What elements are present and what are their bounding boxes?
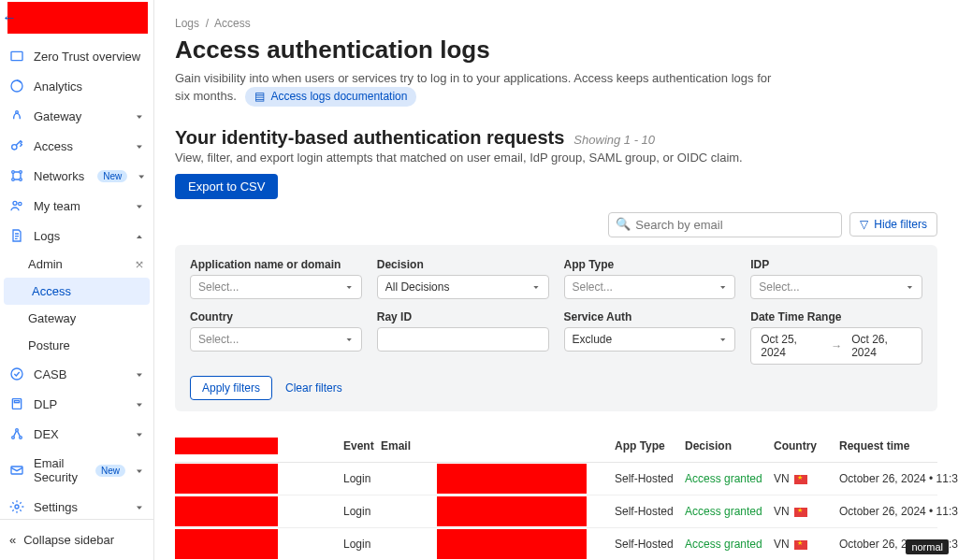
sidebar-item-networks[interactable]: NetworksNew▼ bbox=[0, 161, 153, 191]
sidebar-item-label: CASB bbox=[34, 367, 66, 381]
cell-decision: Access granted bbox=[685, 538, 774, 551]
logs-table: Event Email App Type Decision Country Re… bbox=[175, 430, 937, 560]
search-icon: 🔍 bbox=[616, 217, 631, 231]
new-badge: New bbox=[97, 170, 127, 182]
svg-point-9 bbox=[19, 202, 22, 205]
col-event: Event bbox=[278, 439, 381, 452]
sidebar-item-label: DEX bbox=[34, 427, 59, 441]
sidebar-item-casb[interactable]: CASB▼ bbox=[0, 359, 153, 389]
filter-country-select[interactable]: Select...▼ bbox=[190, 327, 362, 352]
table-row[interactable]: LoginSelf-HostedAccess grantedVN October… bbox=[175, 528, 937, 560]
page-description: Gain visibility into when users or servi… bbox=[175, 70, 774, 107]
filter-app: Application name or domain Select...▼ bbox=[190, 258, 362, 299]
sidebar-item-access[interactable]: Access▼ bbox=[0, 131, 153, 161]
sidebar-item-email-security[interactable]: Email SecurityNew▼ bbox=[0, 449, 153, 492]
svg-point-13 bbox=[12, 437, 15, 439]
filter-apptype: App Type Select...▼ bbox=[564, 258, 736, 299]
filter-rayid-input-wrap bbox=[377, 327, 549, 352]
svg-point-3 bbox=[12, 145, 17, 150]
cell-time: October 26, 2024 • 11:30 PM bbox=[839, 472, 958, 485]
filter-idp-select[interactable]: Select...▼ bbox=[750, 275, 922, 299]
sidebar-item-dlp[interactable]: DLP▼ bbox=[0, 389, 153, 419]
sidebar-item-label: DLP bbox=[34, 397, 57, 411]
sidebar-sub-admin[interactable]: Admin⤧ bbox=[0, 251, 153, 278]
sidebar-item-gateway[interactable]: Gateway▼ bbox=[0, 101, 153, 131]
chevron-up-icon: ▲ bbox=[135, 233, 144, 239]
collapse-sidebar[interactable]: « Collapse sidebar bbox=[0, 519, 153, 560]
cell-country: VN bbox=[774, 538, 839, 551]
cell-app-redacted bbox=[175, 464, 278, 494]
sidebar-sub-posture[interactable]: Posture bbox=[0, 332, 153, 359]
cell-apptype: Self-Hosted bbox=[615, 538, 685, 551]
filter-svcauth: Service Auth Exclude▼ bbox=[564, 310, 736, 365]
section-title: Your identity-based authentication reque… bbox=[175, 127, 564, 149]
filter-rayid-input[interactable] bbox=[385, 333, 541, 346]
search-input[interactable] bbox=[608, 212, 842, 237]
overview-icon bbox=[9, 49, 24, 64]
cell-email-redacted bbox=[437, 529, 587, 559]
networks-icon bbox=[9, 168, 24, 183]
cell-country: VN bbox=[774, 505, 839, 518]
breadcrumb-root[interactable]: Logs bbox=[175, 17, 199, 30]
back-arrow-icon[interactable]: ← bbox=[2, 9, 17, 26]
col-time: Request time bbox=[839, 439, 958, 452]
sidebar-item-analytics[interactable]: Analytics bbox=[0, 71, 153, 101]
cell-time: October 26, 2024 • 11:30 PM bbox=[839, 505, 958, 518]
book-icon: ▤ bbox=[254, 89, 265, 105]
sidebar: Zero Trust overviewAnalyticsGateway▼Acce… bbox=[0, 0, 154, 560]
apply-filters-button[interactable]: Apply filters bbox=[190, 376, 272, 400]
filter-idp: IDP Select...▼ bbox=[750, 258, 922, 299]
search-box: 🔍 bbox=[608, 212, 842, 237]
col-country: Country bbox=[774, 439, 839, 452]
clear-filters-link[interactable]: Clear filters bbox=[285, 381, 342, 395]
flag-vn-icon bbox=[794, 508, 807, 517]
hide-filters-button[interactable]: ▽ Hide filters bbox=[849, 212, 937, 237]
sidebar-item-dex[interactable]: DEX▼ bbox=[0, 419, 153, 449]
sidebar-item-logs[interactable]: Logs▲ bbox=[0, 221, 153, 251]
analytics-icon bbox=[9, 79, 24, 93]
sidebar-item-label: Email Security bbox=[34, 456, 82, 484]
filter-svcauth-select[interactable]: Exclude▼ bbox=[564, 327, 736, 352]
chevron-down-icon: ▼ bbox=[135, 143, 144, 150]
chevron-down-icon: ▼ bbox=[135, 371, 144, 378]
sidebar-sub-gateway[interactable]: Gateway bbox=[0, 305, 153, 332]
col-app-redacted bbox=[175, 438, 278, 454]
table-row[interactable]: LoginSelf-HostedAccess grantedVN October… bbox=[175, 495, 937, 528]
settings-icon bbox=[9, 499, 24, 514]
svg-point-7 bbox=[20, 179, 22, 181]
cell-email-redacted bbox=[437, 464, 587, 494]
chevron-down-icon: ▼ bbox=[135, 113, 144, 120]
cell-apptype: Self-Hosted bbox=[615, 505, 685, 518]
filter-decision-select[interactable]: All Decisions▼ bbox=[377, 275, 549, 299]
cell-event: Login bbox=[278, 505, 381, 518]
filter-apptype-select[interactable]: Select...▼ bbox=[564, 275, 736, 299]
cell-event: Login bbox=[278, 538, 381, 551]
sidebar-item-label: Zero Trust overview bbox=[34, 50, 140, 64]
svg-rect-12 bbox=[14, 401, 19, 403]
sidebar-item-settings[interactable]: Settings▼ bbox=[0, 492, 153, 519]
section-count: Showing 1 - 10 bbox=[573, 133, 655, 147]
section-sub: View, filter, and export login attempts … bbox=[175, 151, 937, 165]
svg-point-17 bbox=[15, 505, 19, 509]
cell-decision: Access granted bbox=[685, 472, 774, 485]
filter-app-select[interactable]: Select...▼ bbox=[190, 275, 362, 299]
arrow-right-icon: → bbox=[831, 339, 842, 352]
filter-icon: ▽ bbox=[860, 218, 868, 231]
sidebar-item-zero-trust-overview[interactable]: Zero Trust overview bbox=[0, 41, 153, 71]
logo-block bbox=[7, 2, 153, 34]
doc-link[interactable]: ▤ Access logs documentation bbox=[245, 87, 416, 107]
cell-app-redacted bbox=[175, 529, 278, 559]
section-head: Your identity-based authentication reque… bbox=[175, 127, 937, 149]
sidebar-sub-access[interactable]: Access bbox=[4, 278, 150, 305]
svg-point-14 bbox=[16, 429, 19, 432]
sidebar-item-my-team[interactable]: My team▼ bbox=[0, 191, 153, 221]
filter-decision: Decision All Decisions▼ bbox=[377, 258, 549, 299]
cell-decision: Access granted bbox=[685, 505, 774, 518]
svg-point-15 bbox=[20, 437, 22, 439]
new-badge: New bbox=[95, 465, 125, 477]
filter-datetime: Date Time Range Oct 25, 2024 → Oct 26, 2… bbox=[750, 310, 922, 365]
filter-datetime-range[interactable]: Oct 25, 2024 → Oct 26, 2024 bbox=[750, 327, 922, 365]
export-csv-button[interactable]: Export to CSV bbox=[175, 174, 278, 199]
filter-country: Country Select...▼ bbox=[190, 310, 362, 365]
table-row[interactable]: LoginSelf-HostedAccess grantedVN October… bbox=[175, 463, 937, 495]
